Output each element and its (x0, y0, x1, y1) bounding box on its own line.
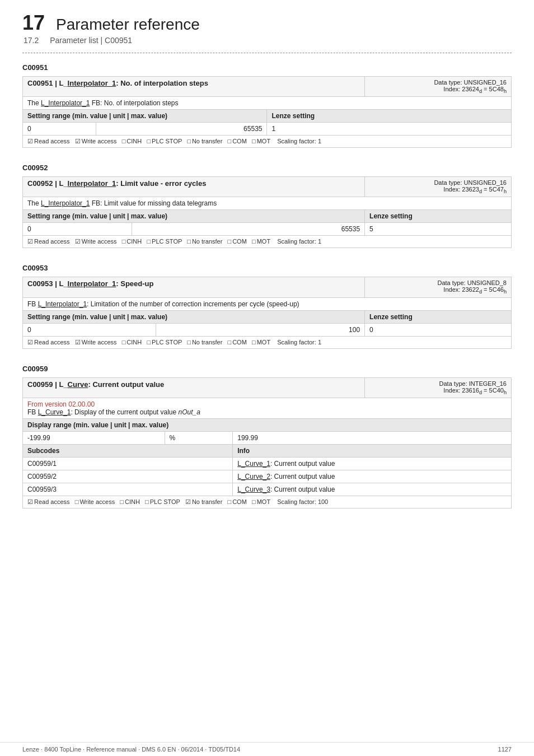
scaling-c00951: Scaling factor: 1 (277, 138, 321, 144)
write-access-c00953 (75, 339, 82, 346)
mot-c00959 (252, 498, 257, 505)
notransfer-c00952 (187, 238, 192, 245)
chapter-number: 17 (22, 11, 45, 35)
footer-left: Lenze · 8400 TopLine · Reference manual … (22, 746, 240, 753)
subcode-row-3: C00959/3 L_Curve_3: Current output value (23, 483, 512, 496)
plcstop-c00952 (147, 238, 152, 245)
desc-link-c00952: L_Interpolator_1 (41, 199, 90, 207)
write-access-c00952 (75, 238, 82, 245)
section-heading-c00959: C00959 (22, 365, 512, 373)
plcstop-c00959 (145, 498, 150, 505)
read-access-c00953 (27, 339, 34, 346)
cinh-c00953 (122, 339, 127, 346)
com-c00959 (228, 498, 233, 505)
scaling-c00959: Scaling factor: 100 (277, 498, 328, 505)
cinh-c00951 (122, 138, 127, 144)
index-c00959: Index: 23616d = 5C40h (443, 387, 507, 394)
mot-c00951 (252, 138, 257, 144)
info-label: Info (237, 447, 250, 455)
divider (22, 53, 512, 53)
section-heading-c00953: C00953 (22, 264, 512, 272)
com-c00952 (228, 238, 233, 245)
read-access-c00952 (27, 238, 34, 245)
subcodes-label: Subcodes (27, 447, 59, 455)
mot-c00953 (252, 339, 257, 346)
mot-c00952 (252, 238, 257, 245)
param-block-c00959: C00959 C00959 | L_Curve: Current output … (22, 365, 512, 508)
read-access-c00951 (27, 138, 34, 144)
scaling-c00953: Scaling factor: 1 (277, 339, 321, 346)
section-heading-c00951: C00951 (22, 63, 512, 72)
data-type-c00959: Data type: INTEGER_16 (439, 380, 507, 387)
param-table-c00953: C00953 | L_Interpolator_1: Speed-up Data… (22, 277, 512, 348)
param-italic-c00959: nOut_a (179, 408, 200, 416)
section-heading-c00952: C00952 (22, 164, 512, 172)
subcode-row-2: C00959/2 L_Curve_2: Current output value (23, 470, 512, 483)
param-table-c00951: C00951 | L_Interpolator_1: No. of interp… (22, 76, 512, 148)
index-c00953: Index: 23622d = 5C46h (443, 286, 507, 293)
param-table-c00959: C00959 | L_Curve: Current output value D… (22, 377, 512, 508)
desc-link-c00959: L_Curve_1 (38, 408, 71, 416)
sub-title: Parameter list | C00951 (50, 36, 132, 45)
index-c00951: Index: 23624d = 5C48h (443, 86, 507, 92)
param-name-c00953: C00953 | L_Interpolator_1: Speed-up (27, 279, 153, 288)
param-name-c00951: C00951 | L_Interpolator_1: No. of interp… (27, 79, 208, 87)
param-table-c00952: C00952 | L_Interpolator_1: Limit value -… (22, 176, 512, 248)
notransfer-c00959 (185, 498, 192, 505)
com-c00953 (228, 339, 233, 346)
scaling-c00952: Scaling factor: 1 (277, 238, 321, 245)
notransfer-c00953 (187, 339, 192, 346)
from-version-c00959: From version 02.00.00 (27, 400, 95, 408)
plcstop-c00953 (147, 339, 152, 346)
footer-right: 1127 (498, 746, 512, 753)
plcstop-c00951 (147, 138, 152, 144)
desc-link-c00951: L_Interpolator_1 (41, 99, 90, 107)
cinh-c00952 (122, 238, 127, 245)
param-name-c00959: C00959 | L_Curve: Current output value (27, 380, 164, 389)
chapter-title: Parameter reference (56, 16, 200, 34)
page-footer: Lenze · 8400 TopLine · Reference manual … (0, 742, 534, 756)
data-type-c00952: Data type: UNSIGNED_16 (434, 179, 507, 186)
page-header: 17 Parameter reference 17.2 Parameter li… (22, 11, 512, 45)
write-access-c00951 (75, 138, 82, 144)
com-c00951 (228, 138, 233, 144)
cinh-c00959 (120, 498, 125, 505)
desc-link-c00953: L_Interpolator_1 (38, 300, 87, 308)
notransfer-c00951 (187, 138, 192, 144)
param-block-c00953: C00953 C00953 | L_Interpolator_1: Speed-… (22, 264, 512, 348)
data-type-c00953: Data type: UNSIGNED_8 (438, 279, 507, 286)
subcode-row-1: C00959/1 L_Curve_1: Current output value (23, 457, 512, 470)
data-type-c00951: Data type: UNSIGNED_16 (434, 79, 507, 86)
sub-number: 17.2 (24, 36, 39, 45)
param-block-c00952: C00952 C00952 | L_Interpolator_1: Limit … (22, 164, 512, 248)
read-access-c00959 (27, 498, 34, 505)
index-c00952: Index: 23623d = 5C47h (443, 186, 507, 193)
param-name-c00952: C00952 | L_Interpolator_1: Limit value -… (27, 179, 206, 188)
write-access-c00959 (75, 498, 80, 505)
param-block-c00951: C00951 C00951 | L_Interpolator_1: No. of… (22, 63, 512, 148)
